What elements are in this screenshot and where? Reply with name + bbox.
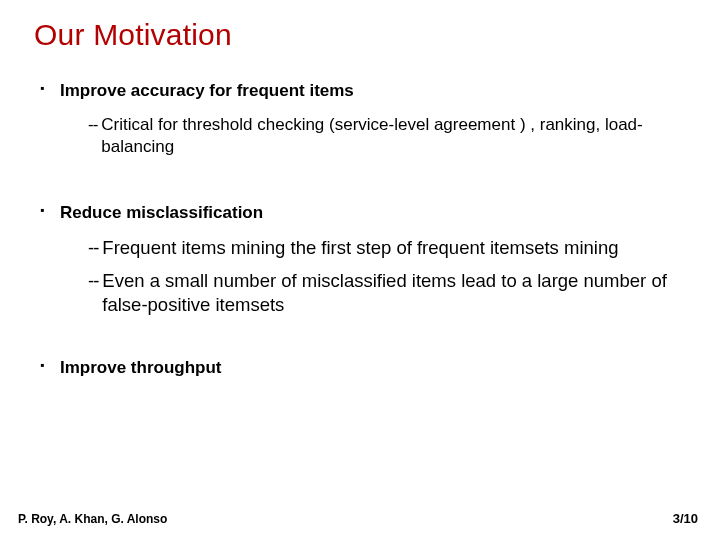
bullet-item: Reduce misclassification -- Frequent ite… bbox=[34, 202, 686, 317]
sub-bullet: -- Even a small number of misclassified … bbox=[88, 269, 686, 316]
bullet-item: Improve accuracy for frequent items -- C… bbox=[34, 80, 686, 158]
slide: Our Motivation Improve accuracy for freq… bbox=[0, 0, 720, 540]
dash-icon: -- bbox=[88, 236, 98, 260]
bullet-head: Improve throughput bbox=[60, 357, 686, 379]
sub-bullet-text: Even a small number of misclassified ite… bbox=[102, 269, 686, 316]
sub-bullet-text: Frequent items mining the first step of … bbox=[102, 236, 686, 260]
sub-bullet-text: Critical for threshold checking (service… bbox=[101, 114, 686, 158]
bullet-list: Improve accuracy for frequent items -- C… bbox=[34, 80, 686, 379]
bullet-head: Reduce misclassification bbox=[60, 202, 686, 224]
dash-icon: -- bbox=[88, 269, 98, 316]
bullet-item: Improve throughput bbox=[34, 357, 686, 379]
page-number: 3/10 bbox=[673, 511, 698, 526]
bullet-head: Improve accuracy for frequent items bbox=[60, 80, 686, 102]
dash-icon: -- bbox=[88, 114, 97, 158]
sub-bullet: -- Frequent items mining the first step … bbox=[88, 236, 686, 260]
sub-bullet: -- Critical for threshold checking (serv… bbox=[88, 114, 686, 158]
footer-authors: P. Roy, A. Khan, G. Alonso bbox=[18, 512, 167, 526]
slide-title: Our Motivation bbox=[34, 18, 686, 52]
